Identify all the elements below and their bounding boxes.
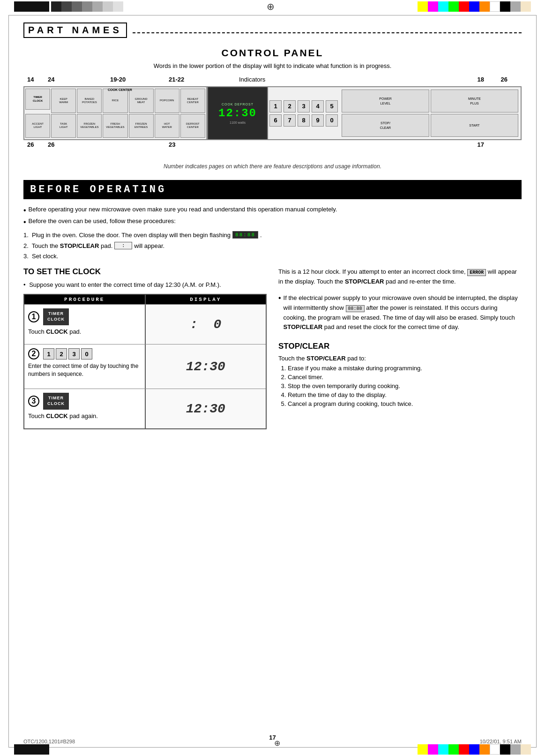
stop-clear-intro: Touch the STOP/CLEAR pad to: [278,355,522,362]
keep-warm-btn[interactable]: KEEPWARM [51,89,76,113]
before-operating-steps: 1. Plug in the oven. Close the door. The… [23,231,522,260]
registration-mark-top: ⊕ [267,1,275,12]
diagram-note: Number indicates pages on which there ar… [23,163,522,170]
seq-2[interactable]: 2 [56,348,67,359]
part-names-section: PART NAMES [23,22,522,38]
numpad-row1: 1 2 3 4 5 [269,100,338,112]
rice-btn[interactable]: RICE [103,89,127,113]
display-watts: 1100 watts [230,121,246,124]
display-8888: 88:88 [232,231,258,239]
num-9[interactable]: 9 [312,114,324,127]
num-3[interactable]: 3 [298,100,310,112]
num-4[interactable]: 4 [312,100,324,112]
label-21-22: 21-22 [169,76,184,83]
stop-clear-section: STOP/CLEAR Touch the STOP/CLEAR pad to: … [278,342,522,407]
before-operating-heading: BEFORE OPERATING [23,180,522,199]
label-26-right: 26 [501,76,508,83]
procedure-header-right: DISPLAY [146,295,266,304]
procedure-table: PROCEDURE DISPLAY 1 TIMER CLOCK [23,294,267,429]
label-23-bottom: 23 [169,141,175,148]
part-names-title: PART NAMES [23,22,127,38]
bullet-2: • Before the oven can be used, follow th… [23,217,522,226]
indicators-label: Indicators [239,76,265,83]
num-5[interactable]: 5 [326,100,338,112]
defrost-center-btn[interactable]: DEFROSTCENTER [180,114,205,138]
timer-clock-button-display[interactable]: TIMER CLOCK [43,308,69,325]
display-time: 12:30 [218,107,257,120]
num-7[interactable]: 7 [284,114,296,127]
label-17-bottom: 17 [478,141,484,148]
minute-plus-btn[interactable]: MINUTEPLUS [431,90,518,112]
label-26-bottom-left1: 26 [27,141,34,148]
task-light-btn[interactable]: TASKLIGHT [51,114,76,138]
colon-display: : [114,242,132,249]
step3-display: 12:30 [145,389,266,428]
cook-center-label-top: COOK CENTER [108,88,132,91]
step3-left: 3 TIMER CLOCK Touch CLOCK pad again. [24,389,145,428]
step2-left: 2 1 2 3 0 Enter the correct time of day … [24,344,145,389]
step1-instruction: Touch CLOCK pad. [28,328,141,335]
reheat-center-btn[interactable]: REHEATCENTER [180,89,205,113]
baked-potatoes-btn[interactable]: BAKEDPOTATOES [77,89,102,113]
procedure-step-1: 1 TIMER CLOCK Touch CLOCK pad. : 0 [24,304,266,344]
numpad-row2: 6 7 8 9 0 [269,114,338,127]
timer-clock-button-display-2[interactable]: TIMER CLOCK [43,393,69,409]
microwave-diagram: COOK CENTER TIMER CLOCK KEEPWARM BAKEDPO… [23,86,522,140]
stop-clear-item-1: Erase if you make a mistake during progr… [288,365,522,372]
step-3: 3. Set clock. [23,253,522,260]
procedure-header-left: PROCEDURE [24,295,145,304]
col-right: This is a 12 hour clock. If you attempt … [278,267,522,429]
step1-num: 1 [28,311,39,322]
num-0[interactable]: 0 [326,114,338,127]
popcorn-btn[interactable]: POPCORN [155,89,179,113]
diagram-labels-bottom: 26 26 23 17 [23,141,522,151]
num-6[interactable]: 6 [269,114,282,127]
label-26-bottom-left2: 26 [48,141,54,148]
frozen-veg-btn[interactable]: FROZENVEGETABLES [77,114,102,138]
step-2: 2. Touch the STOP/CLEAR pad. : will appe… [23,242,522,249]
right-button-panel: POWERLEVEL MINUTEPLUS STOP/CLEAR START [339,87,521,139]
step2-num: 2 [28,348,39,359]
num-8[interactable]: 8 [298,114,310,127]
numpad-sequence: 1 2 3 0 [43,348,92,359]
col-set-clock: TO SET THE CLOCK • Suppose you want to e… [23,267,267,429]
seq-3[interactable]: 3 [68,348,80,359]
label-24: 24 [48,76,54,83]
power-interrupt-para: • If the electrical power supply to your… [278,293,522,332]
control-panel-heading: CONTROL PANEL [23,47,522,59]
step3-num: 3 [28,396,39,407]
ground-meat-btn[interactable]: GROUNDMEAT [129,89,154,113]
start-btn[interactable]: START [431,114,518,137]
num-2[interactable]: 2 [284,100,296,112]
step2-instruction: Enter the correct time of day by touchin… [28,362,141,378]
diagram-wrapper: 14 24 19-20 21-22 Indicators 18 26 COOK … [23,76,522,151]
left-button-panel: COOK CENTER TIMER CLOCK KEEPWARM BAKEDPO… [24,87,207,139]
before-operating-bullets: • Before operating your new microwave ov… [23,206,522,226]
seq-1[interactable]: 1 [43,348,54,359]
num-1[interactable]: 1 [269,100,282,112]
hot-water-btn[interactable]: HOTWATER [155,114,179,138]
step1-display: : 0 [145,305,266,344]
two-column-section: TO SET THE CLOCK • Suppose you want to e… [23,267,522,429]
stop-clear-item-5: Cancel a program during cooking, touch t… [288,400,522,407]
to-set-clock-heading: TO SET THE CLOCK [23,267,267,277]
seq-0[interactable]: 0 [81,348,92,359]
frozen-entrees-btn[interactable]: FROZENENTREES [129,114,154,138]
accent-light-btn[interactable]: ACCENTLIGHT [25,114,50,138]
label-14: 14 [27,76,34,83]
power-level-btn[interactable]: POWERLEVEL [342,90,429,112]
stop-clear-list: Erase if you make a mistake during progr… [278,365,522,407]
control-panel-subtitle: Words in the lower portion of the displa… [23,62,522,69]
mw-display: COOK DEFROST 12:30 1100 watts [207,87,268,139]
display-cook-defrost: COOK DEFROST [222,103,254,106]
stop-clear-item-4: Return the time of day to the display. [288,391,522,398]
timer-clock-btn-panel[interactable]: TIMER CLOCK [25,89,50,110]
stop-clear-heading: STOP/CLEAR [278,342,522,351]
clock-info-para: This is a 12 hour clock. If you attempt … [278,267,522,287]
to-set-clock-intro: • Suppose you want to enter the correct … [23,281,267,288]
step1-left: 1 TIMER CLOCK Touch CLOCK pad. [24,305,145,344]
step-1: 1. Plug in the oven. Close the door. The… [23,231,522,239]
fresh-veg-btn[interactable]: FRESHVEGETABLES [103,114,127,138]
stop-clear-item-3: Stop the oven temporarily during cooking… [288,382,522,389]
stop-clear-btn[interactable]: STOP/CLEAR [342,114,429,137]
